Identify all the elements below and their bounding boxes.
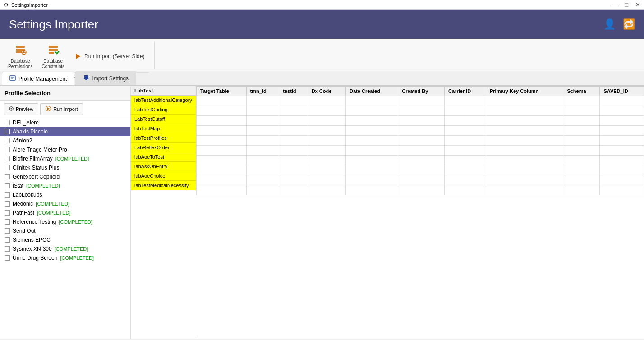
table-cell — [486, 146, 563, 156]
run-import-server-button[interactable]: Run Import (Server Side) — [70, 51, 149, 62]
close-button[interactable]: ✕ — [635, 1, 640, 8]
profile-checkbox-alere-triage[interactable] — [5, 147, 10, 152]
minimize-button[interactable]: — — [612, 1, 617, 8]
profile-item-siemens-epoc[interactable]: Siemens EPOC — [0, 235, 130, 244]
database-permissions-button[interactable]: DatabasePermissions — [5, 41, 36, 71]
tab-import-settings[interactable]: Import Settings — [75, 71, 136, 85]
run-import-button[interactable]: Run Import — [40, 103, 83, 115]
table-cell — [445, 175, 486, 185]
profile-checkbox-istat[interactable] — [5, 183, 10, 188]
table-cell — [600, 136, 644, 146]
svg-marker-17 — [83, 75, 89, 80]
profile-label-lablookups: LabLookups — [13, 192, 42, 198]
svg-marker-12 — [76, 54, 80, 59]
table-cell — [486, 96, 563, 106]
svg-rect-10 — [49, 49, 58, 51]
preview-button[interactable]: Preview — [4, 103, 38, 115]
table-cell — [346, 96, 398, 106]
profile-checkbox-biofire[interactable] — [5, 156, 10, 161]
profile-checkbox-genexpert[interactable] — [5, 174, 10, 179]
table-cell — [600, 116, 644, 126]
sidebar-title: Profile Selection — [0, 86, 130, 101]
profile-item-pathfast[interactable]: PathFast [COMPLETED] — [0, 208, 130, 217]
profile-item-afinion2[interactable]: Afinion2 — [0, 136, 130, 145]
profile-item-istat[interactable]: iStat [COMPLETED] — [0, 181, 130, 190]
col-header-dx-code: Dx Code — [308, 87, 345, 96]
col-header-saved_id: SAVED_ID — [600, 87, 644, 96]
table-cell — [279, 106, 308, 116]
col-header-primary-key-column: Primary Key Column — [486, 87, 563, 96]
lab-items-container: labTestAdditionalCategoryLabTestCodingLa… — [131, 96, 196, 190]
profile-item-alere-triage[interactable]: Alere Triage Meter Pro — [0, 145, 130, 154]
lab-item[interactable]: labTestProfiles — [131, 133, 196, 143]
lab-item[interactable]: LabReflexOrder — [131, 143, 196, 152]
table-cell — [563, 146, 600, 156]
profile-checkbox-pathfast[interactable] — [5, 210, 10, 216]
table-cell — [600, 96, 644, 106]
table-cell — [445, 96, 486, 106]
table-cell — [197, 185, 247, 195]
profile-checkbox-afinion2[interactable] — [5, 138, 10, 143]
table-cell — [197, 175, 247, 185]
profile-label-genexpert: Genexpert Cepheid — [13, 174, 60, 180]
table-cell — [279, 185, 308, 195]
svg-rect-0 — [16, 46, 25, 48]
profile-label-biofire: Biofire FilmArray — [13, 156, 53, 162]
profile-checkbox-abaxis-piccolo[interactable] — [5, 129, 10, 134]
profile-item-clinitek[interactable]: Clinitek Status Plus — [0, 163, 130, 172]
profile-label-reference-testing: Reference Testing — [13, 219, 56, 225]
profile-item-del-alere[interactable]: DEL_Alere — [0, 118, 130, 127]
db-constraints-label: DatabaseConstraints — [41, 59, 64, 69]
lab-item[interactable]: labAoeToTest — [131, 152, 196, 162]
header-share-icon[interactable]: 🔁 — [623, 18, 635, 30]
table-cell — [398, 96, 445, 106]
table-cell — [486, 165, 563, 175]
profile-item-medonic[interactable]: Medonic [COMPLETED] — [0, 199, 130, 208]
table-cell — [486, 106, 563, 116]
profile-item-lablookups[interactable]: LabLookups — [0, 190, 130, 199]
profile-checkbox-send-out[interactable] — [5, 228, 10, 234]
lab-item[interactable]: labTestAdditionalCategory — [131, 96, 196, 105]
tab-profile-management[interactable]: Profile Management — [2, 72, 74, 85]
lab-panel: LabTest labTestAdditionalCategoryLabTest… — [131, 86, 196, 339]
header-person-icon[interactable]: 👤 — [603, 18, 616, 30]
table-cell — [563, 185, 600, 195]
table-cell — [279, 165, 308, 175]
table-cell — [600, 175, 644, 185]
main-content: Profile Selection Preview — [0, 86, 644, 339]
table-cell — [308, 136, 345, 146]
profile-checkbox-siemens-epoc[interactable] — [5, 237, 10, 243]
profile-label-medonic: Medonic — [13, 201, 33, 207]
profile-checkbox-del-alere[interactable] — [5, 120, 10, 125]
lab-item[interactable]: labTestMedicalNecessity — [131, 181, 196, 190]
profile-item-sysmex[interactable]: Sysmex XN-300 [COMPLETED] — [0, 244, 130, 253]
profile-checkbox-sysmex[interactable] — [5, 246, 10, 252]
table-cell — [197, 136, 247, 146]
completed-badge-biofire: [COMPLETED] — [55, 156, 89, 161]
profile-item-reference-testing[interactable]: Reference Testing [COMPLETED] — [0, 217, 130, 226]
database-constraints-button[interactable]: DatabaseConstraints — [38, 41, 68, 71]
profile-item-biofire[interactable]: Biofire FilmArray [COMPLETED] — [0, 154, 130, 163]
profile-checkbox-urine-drug[interactable] — [5, 255, 10, 261]
maximize-button[interactable]: □ — [625, 1, 628, 8]
table-cell — [197, 106, 247, 116]
profile-item-urine-drug[interactable]: Urine Drug Screen [COMPLETED] — [0, 253, 130, 262]
profile-item-send-out[interactable]: Send Out — [0, 226, 130, 235]
profile-item-genexpert[interactable]: Genexpert Cepheid — [0, 172, 130, 181]
profile-label-del-alere: DEL_Alere — [13, 119, 39, 126]
db-permissions-icon — [14, 43, 27, 59]
profile-item-abaxis-piccolo[interactable]: Abaxis Piccolo — [0, 127, 130, 136]
table-body — [197, 96, 644, 195]
profile-checkbox-clinitek[interactable] — [5, 165, 10, 170]
lab-item[interactable]: labAskOnEntry — [131, 162, 196, 171]
table-row — [197, 165, 644, 175]
lab-item[interactable]: labTestMap — [131, 124, 196, 133]
profile-checkbox-lablookups[interactable] — [5, 192, 10, 198]
lab-item[interactable]: LabTestCoding — [131, 105, 196, 115]
lab-test-header: LabTest — [131, 86, 196, 96]
lab-item[interactable]: LabTestCutoff — [131, 115, 196, 124]
profile-checkbox-medonic[interactable] — [5, 201, 10, 207]
profile-checkbox-reference-testing[interactable] — [5, 219, 10, 225]
lab-item[interactable]: labAoeChoice — [131, 171, 196, 181]
table-cell — [445, 146, 486, 156]
